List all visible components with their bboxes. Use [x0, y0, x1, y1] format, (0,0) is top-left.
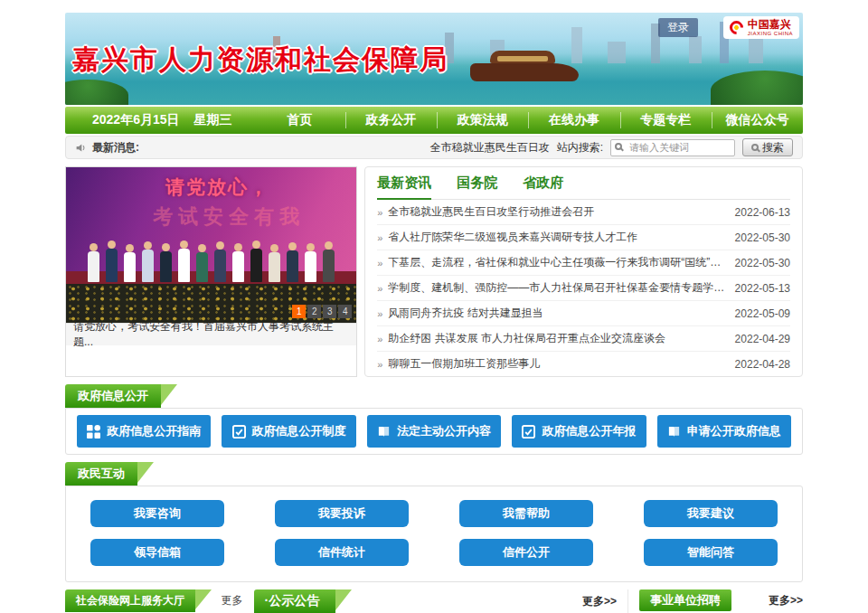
- news-item[interactable]: » 助企纾困 共谋发展 市人力社保局召开重点企业交流座谈会 2022-04-29: [377, 326, 790, 352]
- news-item[interactable]: » 学制度、建机制、强防控——市人力社保局召开社保基金要情专题学习会 2022-…: [377, 276, 790, 301]
- nav-item-gov-affairs[interactable]: 政务公开: [345, 107, 437, 134]
- smart-qa-button[interactable]: 智能问答: [644, 539, 778, 566]
- recruitment-section: 事业单位招聘 更多>> •嘉兴市妇幼保健院2022年公开... •2022年嘉兴…: [639, 589, 803, 613]
- logo-text-en: JIAXING CHINA: [748, 31, 793, 36]
- search-button-icon: [751, 144, 759, 151]
- banner-bush-right: [711, 71, 803, 105]
- main-nav: 2022年6月15日 星期三 首页 政务公开 政策法规 在线办事 专题专栏 微信…: [65, 107, 803, 134]
- ticker-label: 最新消息:: [92, 140, 139, 156]
- tab-provincial-gov[interactable]: 省政府: [523, 167, 563, 199]
- gov-info-system-button[interactable]: 政府信息公开制度: [222, 415, 355, 448]
- logo-text-cn: 中国嘉兴: [748, 19, 793, 31]
- tab-latest-news[interactable]: 最新资讯: [377, 167, 431, 199]
- pager-dot-1[interactable]: 1: [292, 305, 306, 318]
- gov-info-request-button[interactable]: 申请公开政府信息: [657, 415, 791, 448]
- speaker-icon: [75, 142, 87, 154]
- news-item[interactable]: » 全市稳就业惠民生百日攻坚行动推进会召开 2022-06-13: [377, 200, 790, 225]
- double-arrow-icon: »: [377, 258, 382, 269]
- news-item[interactable]: » 风雨同舟齐抗疫 结对共建显担当 2022-05-09: [377, 301, 790, 326]
- announcements-title: ·公示公告: [254, 589, 336, 613]
- pager-dot-4[interactable]: 4: [338, 305, 352, 318]
- gov-info-legal-disclosure-button[interactable]: 法定主动公开内容: [367, 415, 501, 448]
- tab-state-council[interactable]: 国务院: [457, 167, 497, 199]
- doc-check-icon: [522, 425, 535, 439]
- double-arrow-icon: »: [377, 207, 382, 218]
- news-item[interactable]: » 省人社厅陈荣华二级巡视员来嘉兴调研专技人才工作 2022-05-30: [377, 225, 790, 250]
- nav-item-home[interactable]: 首页: [254, 107, 345, 134]
- carousel-photo[interactable]: 请党放心， 考试安全有我 1 2 3 4: [66, 167, 356, 323]
- complaint-button[interactable]: 我要投诉: [275, 500, 409, 527]
- current-date: 2022年6月15日: [92, 112, 180, 128]
- double-arrow-icon: »: [377, 359, 382, 370]
- login-button[interactable]: 登录: [658, 18, 698, 37]
- recruitment-more-link[interactable]: 更多>>: [769, 593, 803, 608]
- pager-dot-3[interactable]: 3: [323, 305, 336, 318]
- nav-date: 2022年6月15日 星期三: [65, 107, 254, 134]
- photo-banner-text-2: 考试安全有我: [153, 203, 305, 231]
- mail-statistics-button[interactable]: 信件统计: [275, 539, 409, 566]
- page: 嘉兴市人力资源和社会保障局 登录 中国嘉兴 JIAXING CHINA 2022…: [65, 0, 803, 613]
- banner-bush-left: [65, 80, 128, 105]
- leader-mailbox-button[interactable]: 领导信箱: [90, 539, 224, 566]
- social-security-hall-title: 社会保险网上服务大厅: [65, 589, 195, 612]
- search-icon: [615, 143, 622, 150]
- announcements-more-link[interactable]: 更多>>: [582, 594, 617, 609]
- need-help-button[interactable]: 我需帮助: [459, 500, 593, 527]
- gov-info-guide-button[interactable]: 政府信息公开指南: [77, 415, 211, 448]
- book-icon: [377, 425, 391, 439]
- announcements-section: ·公示公告 更多>> » 关于设立嘉善技工学校的公示 2022-05-18 » …: [254, 589, 629, 613]
- gov-info-section-title: 政府信息公开: [65, 384, 161, 408]
- nav-item-online-services[interactable]: 在线办事: [528, 107, 619, 134]
- double-arrow-icon: »: [377, 308, 382, 319]
- news-tabs: 最新资讯 国务院 省政府: [377, 167, 790, 200]
- recruitment-title: 事业单位招聘: [639, 589, 731, 611]
- search-button-label: 搜索: [762, 140, 784, 156]
- news-ticker-bar: 最新消息: 全市稳就业惠民生百日攻 站内搜索: 搜索: [65, 136, 803, 159]
- social-security-hall-section: 社会保险网上服务大厅 更多 个人(单位)社保证明打印 办事指南: [65, 589, 243, 613]
- book-icon: [667, 425, 681, 439]
- site-title: 嘉兴市人力资源和社会保障局: [72, 42, 448, 79]
- news-item[interactable]: » 下基层、走流程，省社保和就业中心主任项薇一行来我市调研“国统”上线情况 20…: [377, 250, 790, 276]
- news-panel: 最新资讯 国务院 省政府 » 全市稳就业惠民生百日攻坚行动推进会召开 2022-…: [364, 166, 803, 377]
- nav-item-special-topics[interactable]: 专题专栏: [620, 107, 712, 134]
- news-item[interactable]: » 聊聊五一假期加班工资那些事儿 2022-04-28: [377, 352, 790, 376]
- photo-banner-text-1: 请党放心，: [165, 174, 269, 200]
- gov-info-annual-report-button[interactable]: 政府信息公开年报: [512, 415, 646, 448]
- social-security-more-link[interactable]: 更多: [222, 593, 243, 608]
- carousel-pager: 1 2 3 4: [292, 305, 352, 318]
- search-button[interactable]: 搜索: [742, 138, 793, 156]
- gov-info-section: 政府信息公开 政府信息公开指南 政府信息公开制度 法定主动公开内容 政府信息公开…: [65, 384, 803, 455]
- jiaxing-logo-icon: [727, 18, 746, 37]
- double-arrow-icon: »: [377, 283, 382, 294]
- interaction-section-title: 政民互动: [65, 462, 137, 486]
- jiaxing-logo: 中国嘉兴 JIAXING CHINA: [723, 16, 799, 39]
- nav-item-wechat[interactable]: 微信公众号: [712, 107, 803, 134]
- grid-icon: [87, 425, 100, 439]
- banner-boat: [470, 63, 579, 81]
- doc-check-icon: [232, 425, 246, 439]
- hot-topic-link[interactable]: 全市稳就业惠民生百日攻: [430, 140, 550, 156]
- mail-disclosure-button[interactable]: 信件公开: [459, 539, 593, 566]
- header-banner: 嘉兴市人力资源和社会保障局 登录 中国嘉兴 JIAXING CHINA: [65, 13, 803, 105]
- suggestion-button[interactable]: 我要建议: [644, 500, 778, 527]
- current-weekday: 星期三: [194, 112, 232, 128]
- photo-people: [66, 249, 356, 282]
- consult-button[interactable]: 我要咨询: [90, 500, 224, 527]
- site-search-input[interactable]: [610, 139, 735, 156]
- carousel-caption[interactable]: 请党放心，考试安全有我！首届嘉兴市人事考试系统主题...: [66, 323, 356, 345]
- nav-item-policies[interactable]: 政策法规: [437, 107, 528, 134]
- interaction-section: 政民互动 我要咨询 我要投诉 我需帮助 我要建议 领导信箱 信件统计 信件公开 …: [65, 462, 803, 582]
- double-arrow-icon: »: [377, 334, 382, 344]
- site-search-label: 站内搜索:: [557, 140, 603, 156]
- photo-carousel: 请党放心， 考试安全有我 1 2 3 4 请党放心，考试安全有我！首届嘉兴市人事…: [65, 166, 357, 377]
- pager-dot-2[interactable]: 2: [307, 305, 321, 318]
- double-arrow-icon: »: [377, 232, 382, 243]
